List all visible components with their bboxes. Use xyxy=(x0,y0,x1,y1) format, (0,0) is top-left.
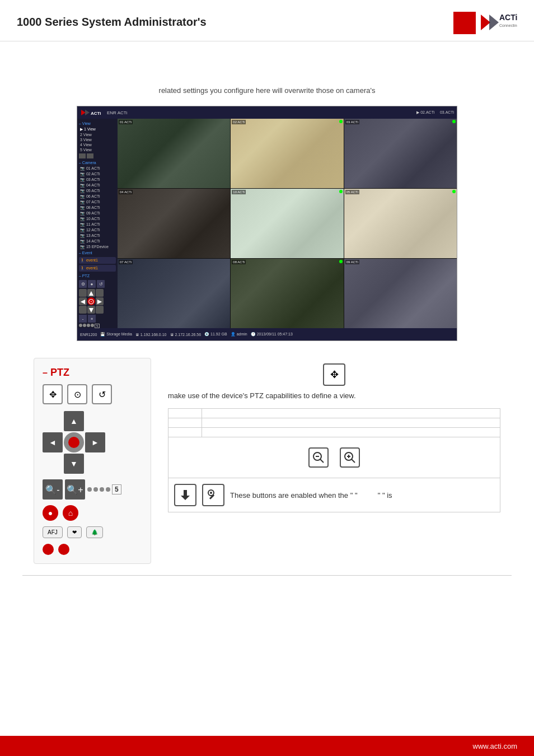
nvr-logo: ACTi xyxy=(80,108,102,118)
cam-09[interactable]: 📷 09 ACTi xyxy=(79,211,116,216)
ptz-dpad-left[interactable]: ◄ xyxy=(43,432,63,452)
ptz-preset-red-btn[interactable]: ● xyxy=(43,505,58,521)
ptz-small-tl[interactable] xyxy=(79,289,87,297)
ptz-description: ✥ make use of the device's PTZ capabilit… xyxy=(168,358,500,564)
sidebar-3view[interactable]: 3 View xyxy=(79,137,116,142)
ptz-rotate-icon-btn[interactable]: ↺ xyxy=(92,384,112,404)
cam-12[interactable]: 📷 12 ACTi xyxy=(79,227,116,233)
speed-dot-3 xyxy=(100,487,104,492)
speed-number: 5 xyxy=(112,484,121,494)
event-item-1[interactable]: 🚶 event1 xyxy=(79,257,116,264)
cam-04[interactable]: 📷 04 ACTi xyxy=(79,183,116,188)
ptz-focus-icon-btn[interactable]: ⊙ xyxy=(67,384,87,404)
cam-01[interactable]: 📷 01 ACTi xyxy=(79,166,116,171)
ptz-zoom-in-small[interactable]: + xyxy=(88,315,96,323)
cam-05[interactable]: 📷 05 ACTi xyxy=(79,188,116,194)
table-row-1 xyxy=(168,409,500,418)
cam-02[interactable]: 📷 02 ACTi xyxy=(79,171,116,177)
ptz-small-tr[interactable] xyxy=(96,289,104,297)
key-icon-btn[interactable] xyxy=(202,484,224,506)
ptz-small-left[interactable]: ◄ xyxy=(79,297,87,305)
camera-cell-4[interactable]: 04 ACTi xyxy=(118,189,230,258)
ptz-heart-button[interactable]: ❤ xyxy=(67,526,82,538)
camera-cell-9[interactable]: 09 ACTi xyxy=(344,259,457,328)
cam-13[interactable]: 📷 13 ACTi xyxy=(79,233,116,239)
ptz-preset2-btn[interactable]: ⌂ xyxy=(63,505,78,521)
nvr-body: – View ▶ 1 View 2 View 3 View 4 View 5 V… xyxy=(77,119,457,328)
nvr-topbar: ACTi ENR ACTi ▶ 02.ACTi 03.ACTi xyxy=(77,106,457,119)
download-icon-btn[interactable] xyxy=(174,484,196,506)
ptz-description-table: These buttons are enabled when the " " "… xyxy=(168,408,500,512)
camera-cell-1[interactable]: 01 ACTi xyxy=(118,119,230,188)
bottom-buttons-text: These buttons are enabled when the " " "… xyxy=(230,491,392,500)
table-text-1 xyxy=(202,409,500,418)
table-row-3 xyxy=(168,428,500,437)
main-content: related settings you configure here will… xyxy=(0,41,534,595)
ptz-speed-row-small: 5 xyxy=(79,324,116,328)
cam-10[interactable]: 📷 10 ACTi xyxy=(79,216,116,222)
ptz-small-center[interactable]: ⊙ xyxy=(87,297,95,305)
ptz-small-bl[interactable] xyxy=(79,306,87,314)
sidebar-5view[interactable]: 5 View xyxy=(79,147,116,152)
sidebar-2view[interactable]: 2 View xyxy=(79,132,116,137)
ptz-dpad: ▲ ◄ ► ▼ xyxy=(43,411,142,474)
ptz-small-right[interactable]: ► xyxy=(96,297,104,305)
cam-14[interactable]: 📷 14 ACTi xyxy=(79,239,116,244)
ptz-small-br[interactable] xyxy=(96,306,104,314)
ptz-small-down[interactable]: ▼ xyxy=(87,306,95,314)
related-settings-text: related settings you configure here will… xyxy=(22,86,512,95)
camera-dot-5 xyxy=(339,190,343,193)
svg-line-10 xyxy=(320,459,324,463)
cam-08[interactable]: 📷 08 ACTi xyxy=(79,205,116,211)
camera-cell-7[interactable]: 07 ACTi xyxy=(118,259,230,328)
cam-11[interactable]: 📷 11 ACTi xyxy=(79,222,116,227)
event-item-2[interactable]: 🚶 event1 xyxy=(79,265,116,272)
nvr-toolbar: ■ || ⊞ ⊟ ⊠ ⊡ ☰ ☷ ☶ ↺ ✂ 🔒 ⊕ ⊗ ⊘ Setup ● L… xyxy=(77,340,457,341)
camera-label-3: 03 ACTi xyxy=(345,120,359,124)
svg-text:ACTi: ACTi xyxy=(91,111,101,116)
camera-cell-3[interactable]: 03 ACTi xyxy=(344,119,457,188)
ptz-dpad-up[interactable]: ▲ xyxy=(64,411,84,431)
camera-label-8: 08 ACTi xyxy=(232,260,246,264)
ptz-move-icon-btn[interactable]: ✥ xyxy=(43,384,63,404)
ptz-speed-dots: 5 xyxy=(87,484,121,494)
nvr-user: 👤 admin xyxy=(231,332,247,337)
header-title-area: 1000 Series System Administrator's xyxy=(17,10,207,29)
camera-cell-6[interactable]: 05 ACTi xyxy=(344,189,457,258)
table-row-zoom xyxy=(168,437,500,478)
camera-cell-5[interactable]: 10 ACTi xyxy=(231,189,343,258)
camera-label-5: 10 ACTi xyxy=(232,190,246,194)
ptz-section: – PTZ ✥ ⊙ ↺ ▲ ◄ ► ▼ xyxy=(22,358,512,564)
sidebar-4view[interactable]: 4 View xyxy=(79,142,116,147)
table-icon-2 xyxy=(168,418,202,428)
zoom-in-icon-display xyxy=(340,447,360,468)
ptz-af-button[interactable]: AFJ xyxy=(43,526,63,538)
zoom-icons-display xyxy=(174,442,494,473)
camera-label-4: 04 ACTi xyxy=(119,190,133,194)
ptz-small-up[interactable]: ▲ xyxy=(87,289,95,297)
sidebar-1view[interactable]: ▶ 1 View xyxy=(79,127,116,132)
ptz-tree-button[interactable]: 🌲 xyxy=(86,526,103,538)
down-arrow-icon xyxy=(179,488,192,502)
ptz-dpad-right[interactable]: ► xyxy=(85,432,105,452)
table-zoom-cell xyxy=(168,437,500,478)
ptz-zoom-row: 🔍- 🔍+ 5 xyxy=(43,479,142,500)
camera-cell-8[interactable]: 08 ACTi xyxy=(231,259,343,328)
ptz-icons-row: ✥ ⊙ ↺ xyxy=(43,384,142,404)
magnify-minus-icon xyxy=(312,451,325,464)
ptz-zoom-in[interactable]: 🔍+ xyxy=(65,479,85,500)
ptz-zoom-out[interactable]: 🔍- xyxy=(43,479,63,500)
event-section-header: – Event xyxy=(79,250,116,256)
camera-cell-2[interactable]: 02 ACTi xyxy=(231,119,343,188)
cam-15[interactable]: 📷 15 EFDevice xyxy=(79,244,116,250)
cam-06[interactable]: 📷 06 ACTi xyxy=(79,194,116,199)
ptz-dpad-down[interactable]: ▼ xyxy=(64,454,84,474)
ptz-panel: – PTZ ✥ ⊙ ↺ ▲ ◄ ► ▼ xyxy=(34,358,151,564)
cam-07[interactable]: 📷 07 ACTi xyxy=(79,199,116,205)
cam-03[interactable]: 📷 03 ACTi xyxy=(79,177,116,183)
ptz-dpad-center[interactable] xyxy=(64,432,84,452)
svg-text:Connecting Vision: Connecting Vision xyxy=(499,24,517,28)
nvr-title: ENR ACTi xyxy=(107,110,127,115)
nvr-time: 🕐 2013/09/11 05:47:13 xyxy=(251,332,293,337)
ptz-zoom-out-small[interactable]: - xyxy=(79,315,87,323)
